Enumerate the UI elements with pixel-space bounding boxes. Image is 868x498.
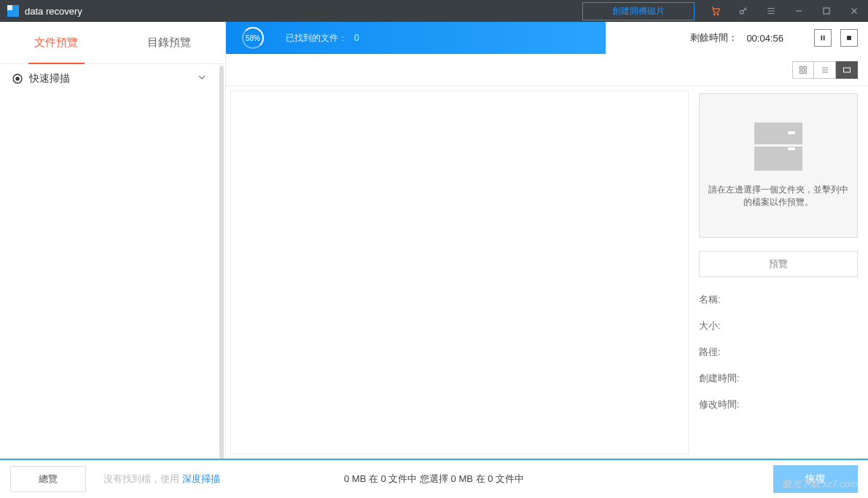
center-panel: 58% 已找到的文件： 0 剩餘時間： 00:04:56: [226, 22, 868, 459]
tree-item-quick-scan[interactable]: 快速掃描: [0, 64, 225, 93]
chevron-down-icon: [196, 71, 214, 85]
sidebar-scrollbar[interactable]: [219, 66, 224, 460]
svg-rect-6: [821, 36, 823, 41]
menu-icon[interactable]: [757, 0, 785, 22]
svg-point-0: [713, 14, 715, 15]
sidebar: 文件預覽 目錄預覽 快速掃描: [0, 22, 226, 459]
drive-icon: [754, 122, 802, 171]
recover-button[interactable]: 恢復: [773, 465, 858, 493]
preview-placeholder-text: 請在左邊選擇一個文件夾，並擊列中的檔案以作預覽。: [708, 184, 848, 209]
footer: 總覽 沒有找到檔，使用 深度掃描 0 MB 在 0 文件中 您選擇 0 MB 在…: [0, 459, 868, 498]
stop-button[interactable]: [840, 29, 858, 47]
remaining-label: 剩餘時間：: [690, 31, 738, 44]
sidebar-tree: 快速掃描: [0, 64, 225, 459]
create-boot-disk-button[interactable]: 創建開機磁片: [582, 2, 695, 20]
tab-dir-preview[interactable]: 目錄預覽: [113, 22, 226, 63]
selection-stats: 0 MB 在 0 文件中 您選擇 0 MB 在 0 文件中: [344, 472, 524, 486]
svg-rect-3: [824, 8, 829, 14]
view-toggle-row: [226, 54, 868, 86]
progress-circle: 58%: [242, 27, 264, 49]
target-icon: [12, 73, 23, 85]
view-grid-button[interactable]: [792, 61, 814, 79]
svg-point-1: [717, 14, 719, 15]
svg-rect-11: [800, 71, 803, 74]
svg-rect-12: [804, 71, 807, 74]
meta-name: 名稱:: [699, 293, 858, 306]
sidebar-tabs: 文件預覽 目錄預覽: [0, 22, 225, 64]
pause-button[interactable]: [814, 29, 832, 47]
preview-button[interactable]: 預覽: [699, 251, 858, 277]
tab-file-preview[interactable]: 文件預覽: [0, 22, 113, 63]
progress-found-text: 已找到的文件： 0: [286, 32, 359, 44]
window-maximize-button[interactable]: [813, 0, 840, 22]
file-meta: 名稱: 大小: 路徑: 創建時間: 修改時間:: [699, 293, 858, 411]
progress-row: 58% 已找到的文件： 0 剩餘時間： 00:04:56: [226, 22, 868, 54]
deep-scan-link[interactable]: 深度掃描: [182, 473, 220, 484]
preview-panel: 請在左邊選擇一個文件夾，並擊列中的檔案以作預覽。 預覽 名稱: 大小: 路徑: …: [689, 86, 868, 459]
view-detail-button[interactable]: [836, 61, 858, 79]
app-title: data recovery: [25, 6, 82, 17]
cart-icon[interactable]: [702, 0, 730, 22]
svg-point-2: [740, 10, 743, 14]
hint-prefix: 沒有找到檔，使用: [103, 473, 182, 484]
deep-scan-hint: 沒有找到檔，使用 深度掃描: [103, 472, 220, 486]
window-close-button[interactable]: [840, 0, 868, 22]
view-list-button[interactable]: [814, 61, 836, 79]
file-list[interactable]: [230, 90, 689, 454]
meta-path: 路徑:: [699, 346, 858, 359]
overview-button[interactable]: 總覽: [10, 466, 86, 492]
titlebar: data recovery 創建開機磁片: [0, 0, 868, 22]
progress-bar: 58% 已找到的文件： 0: [226, 22, 606, 54]
progress-status: 剩餘時間： 00:04:56: [606, 22, 868, 54]
svg-point-5: [16, 77, 19, 80]
key-icon[interactable]: [730, 0, 757, 22]
progress-found-count: 0: [354, 33, 359, 43]
meta-ctime: 創建時間:: [699, 372, 858, 385]
tree-item-label: 快速掃描: [29, 72, 70, 85]
app-logo-icon: [7, 5, 19, 17]
meta-mtime: 修改時間:: [699, 398, 858, 411]
window-minimize-button[interactable]: [785, 0, 813, 22]
meta-size: 大小:: [699, 319, 858, 332]
svg-rect-13: [843, 68, 850, 72]
preview-placeholder-box: 請在左邊選擇一個文件夾，並擊列中的檔案以作預覽。: [699, 93, 858, 238]
app-logo-wrap: data recovery: [0, 5, 82, 17]
svg-rect-8: [847, 36, 851, 40]
progress-percent: 58%: [246, 34, 260, 42]
progress-found-label: 已找到的文件：: [286, 33, 347, 43]
svg-rect-10: [804, 66, 807, 69]
svg-rect-9: [800, 66, 803, 69]
remaining-value: 00:04:56: [746, 33, 783, 44]
svg-rect-7: [824, 36, 825, 41]
panes: 請在左邊選擇一個文件夾，並擊列中的檔案以作預覽。 預覽 名稱: 大小: 路徑: …: [226, 86, 868, 459]
main: 文件預覽 目錄預覽 快速掃描 58% 已找到的文件： 0: [0, 22, 868, 459]
